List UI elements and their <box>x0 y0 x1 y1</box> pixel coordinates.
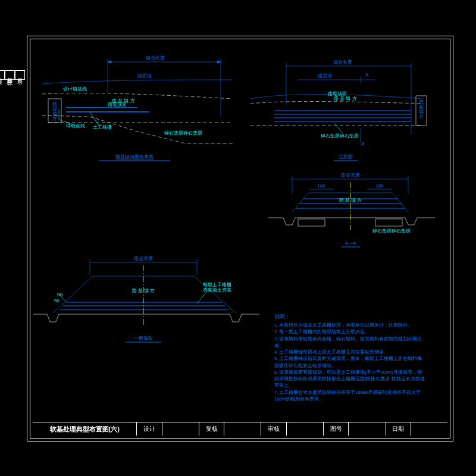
road-width-aa: 路基宽度 <box>341 173 360 178</box>
svg-line-52 <box>59 294 66 302</box>
note-3: 3. 填筑填料需处理体内首格、碎石填料，按其填料有效填筑规划分期完成。 <box>274 336 426 349</box>
tb-review-val <box>224 422 261 436</box>
lbl-road-surface: 路面顶 <box>137 73 152 79</box>
longitudinal-title: 填基纵向图绘本类 <box>115 154 154 159</box>
dim-proc-length2: 填仓长度 <box>333 60 352 65</box>
tb-check-lbl: 审核 <box>261 422 286 436</box>
a-mark-top: A <box>365 72 369 77</box>
lbl-design-line: 设计填基线 <box>63 86 87 92</box>
lbl-geotextile: 土工格栅 <box>93 124 112 130</box>
note-2: 2. 每一层土工格栅间距视现场填土分层决定。 <box>274 328 426 335</box>
subgrade-fill-2: 路 基 填 方 <box>334 96 357 101</box>
note-1: 1. 本图所示为填基土工格栅处理，本图单位以厘米计，比例除外。 <box>274 322 426 328</box>
note-5: 5. 土工格栅铺设后应及时完成填筑，覆体，每层土工格栅上面在填料每层碾压碎石检验… <box>274 355 426 369</box>
dim-100b: 100 <box>375 183 384 189</box>
notes-title: 说明： <box>274 313 426 321</box>
note-6: 6. 填筑填填若有需规划，可以遇土工格栅场(不小于20cm)直接填筑，钢筋采用搭… <box>274 369 426 389</box>
drawing-frame: 填仓长度 路面顶 设计填基线 路 堤 填 方 路堤顶面 路 基 填 方 详细点线… <box>27 36 453 441</box>
tb-design-val <box>162 422 199 436</box>
side-tab-prelim[interactable]: 初步统计 <box>5 70 15 80</box>
dim-proc-length: 填仓长度 <box>145 55 165 61</box>
tb-design-lbl: 设计 <box>137 422 162 436</box>
svg-line-29 <box>334 123 343 133</box>
tb-review-lbl: 复核 <box>199 422 224 436</box>
tb-date-val <box>411 422 447 436</box>
aa-title: A—A <box>345 240 356 246</box>
svg-text:50: 50 <box>57 292 62 298</box>
note-4: 4. 土工格栅铺每层与上层土工格栅之间应紧贴夹钢体。 <box>274 349 426 355</box>
lbl-geogrid-each: 每层土工格栅 <box>203 282 231 287</box>
tb-date-lbl: 日期 <box>386 422 411 436</box>
emb-top-2: 路堤顶面 <box>328 91 347 96</box>
dim-100a: 100 <box>317 183 325 189</box>
lbl-compacted: 夯实填土夯实 <box>203 287 231 293</box>
drawing-inner: 填仓长度 路面顶 设计填基线 路 堤 填 方 路堤顶面 路 基 填 方 详细点线… <box>30 39 450 439</box>
svg-text:方: 方 <box>419 114 424 119</box>
tb-check-val <box>287 422 324 436</box>
svg-rect-42 <box>375 219 402 226</box>
facade-title: 立面图 <box>339 154 353 159</box>
lbl-gravel: 碎石垫层碎石垫层 <box>164 130 202 136</box>
lbl-detail-pt: 详细点线 <box>66 123 85 129</box>
tb-dwgno-val <box>349 422 386 436</box>
svg-text:50: 50 <box>54 298 60 303</box>
svg-text:方: 方 <box>52 116 57 121</box>
notes-block: 说明： 1. 本图所示为填基土工格栅处理，本图单位以厘米计，比例除外。 2. 每… <box>274 313 426 403</box>
tb-dwgno-lbl: 图号 <box>324 422 349 436</box>
note-7: 7. 土工格栅在求水低筑设标称任率等于100kN而钢筋转延伸率不得大于100%的… <box>274 389 426 403</box>
side-tab-contents[interactable]: 目录 <box>15 70 25 80</box>
side-tabs: 目录 初步统计 阶段 <box>15 70 25 80</box>
lbl-gravel2: 碎石垫层碎石垫层 <box>320 133 359 139</box>
drawing-title: 软基处理典型布置图(六) <box>33 422 137 436</box>
a-mark-bot: A <box>361 141 365 146</box>
svg-line-12 <box>90 112 99 126</box>
title-block: 软基处理典型布置图(六) 设计 复核 审核 图号 日期 <box>33 422 447 436</box>
svg-rect-41 <box>298 219 325 226</box>
lbl-road-surface2: 路面顶 <box>318 73 332 79</box>
side-tab-stage[interactable]: 阶段 <box>0 70 5 80</box>
lbl-subgrade-fill: 路 基 填 方 <box>112 98 135 104</box>
road-width-gen: 路基宽度 <box>134 256 153 261</box>
general-section-title: 一般填段 <box>134 336 153 341</box>
lbl-gravel-aa: 碎石垫层碎石垫层 <box>372 228 411 234</box>
